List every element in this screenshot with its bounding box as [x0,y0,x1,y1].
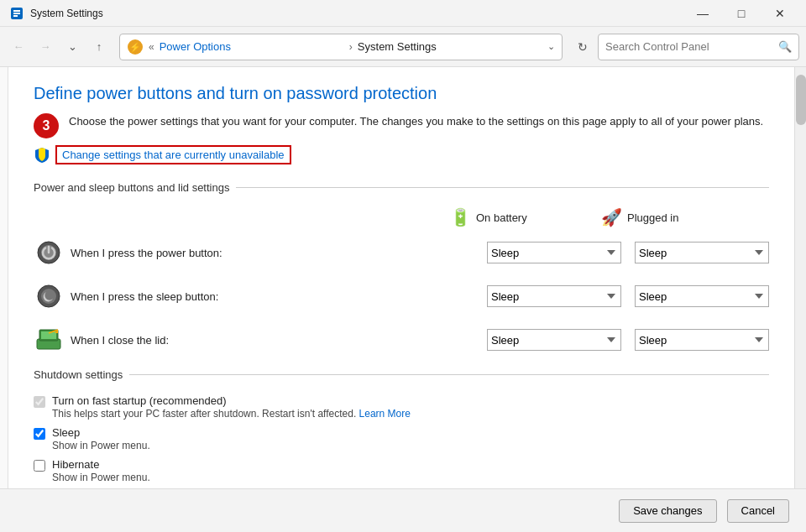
address-icon: ⚡ [127,39,144,55]
plugged-column-label: Plugged in [627,211,678,224]
svg-rect-1 [13,10,20,12]
battery-column-header: 🔋 On battery [450,207,601,227]
sleep-button-label: When I press the sleep button: [71,290,487,303]
svg-text:⚡: ⚡ [129,41,141,53]
content-area: Define power buttons and turn on passwor… [8,67,794,488]
power-sleep-section-header: Power and sleep buttons and lid settings [34,181,769,194]
app-icon [10,7,24,20]
sleep-checkbox[interactable] [34,428,45,440]
lid-plugged-select[interactable]: Sleep Do nothing Hibernate Shut down [635,329,769,351]
hibernate-checkbox-desc: Show in Power menu. [52,472,150,483]
nav-bar: ← → ⌄ ↑ ⚡ « Power Options › System Setti… [0,27,806,67]
sleep-checkbox-desc: Show in Power menu. [52,440,150,451]
sleep-checkbox-label[interactable]: Sleep [52,426,150,439]
sleep-button-selects: Sleep Do nothing Hibernate Shut down Sle… [487,285,769,307]
power-button-row: When I press the power button: Sleep Do … [34,237,769,268]
recent-button[interactable]: ⌄ [60,35,84,59]
svg-rect-3 [13,15,18,17]
window-title: System Settings [30,8,103,19]
power-button-plugged-select[interactable]: Sleep Do nothing Hibernate Shut down [635,242,769,263]
hibernate-checkbox[interactable] [34,460,45,472]
address-arrow: › [349,41,353,53]
lid-row: When I close the lid: Sleep Do nothing H… [34,325,769,355]
sleep-button-row: When I press the sleep button: Sleep Do … [34,281,769,311]
power-button-label: When I press the power button: [71,247,487,259]
svg-rect-2 [13,13,20,14]
power-sleep-section-label: Power and sleep buttons and lid settings [34,181,229,194]
shutdown-divider-line [129,374,769,375]
search-bar[interactable]: 🔍 [598,34,799,60]
cancel-button[interactable]: Cancel [727,499,789,523]
step-badge: 3 [34,113,59,138]
fast-startup-checkbox[interactable] [34,396,45,408]
intro-row: 3 Choose the power settings that you wan… [34,113,769,138]
change-settings-link[interactable]: Change settings that are currently unava… [55,145,291,164]
address-bar[interactable]: ⚡ « Power Options › System Settings ⌄ [119,34,563,60]
change-settings-row: Change settings that are currently unava… [34,145,769,164]
title-bar: System Settings — □ ✕ [0,0,806,27]
search-icon: 🔍 [778,40,792,53]
power-button-selects: Sleep Do nothing Hibernate Shut down Sle… [487,242,769,263]
back-button[interactable]: ← [7,35,30,59]
sleep-button-battery-select[interactable]: Sleep Do nothing Hibernate Shut down [487,285,621,307]
fast-startup-label[interactable]: Turn on fast startup (recommended) [52,394,411,407]
search-input[interactable] [605,40,773,53]
hibernate-checkbox-label[interactable]: Hibernate [52,458,150,471]
sleep-button-plugged-select[interactable]: Sleep Do nothing Hibernate Shut down [635,285,769,307]
plug-icon: 🚀 [601,207,622,227]
lid-selects: Sleep Do nothing Hibernate Shut down Sle… [487,329,769,351]
refresh-button[interactable]: ↻ [571,35,594,59]
shutdown-section-header: Shutdown settings [34,368,769,381]
shutdown-section: Turn on fast startup (recommended) This … [34,394,769,483]
page-title: Define power buttons and turn on passwor… [34,84,769,103]
save-button[interactable]: Save changes [619,499,716,523]
breadcrumb-power[interactable]: Power Options [160,40,344,53]
learn-more-link[interactable]: Learn More [359,408,411,420]
sleep-checkbox-row: Sleep Show in Power menu. [34,426,769,451]
close-button[interactable]: ✕ [761,0,799,27]
main-layout: Define power buttons and turn on passwor… [0,67,806,488]
lid-label: When I close the lid: [71,334,487,347]
section-divider-line [236,187,769,188]
left-panel [0,67,8,488]
battery-column-label: On battery [476,211,527,224]
up-button[interactable]: ↑ [87,35,111,59]
power-button-battery-select[interactable]: Sleep Do nothing Hibernate Shut down [487,242,621,263]
fast-startup-desc: This helps start your PC faster after sh… [52,408,411,420]
battery-icon: 🔋 [450,207,471,227]
address-sep1: « [149,41,154,53]
lid-battery-select[interactable]: Sleep Do nothing Hibernate Shut down [487,329,621,351]
window-controls: — □ ✕ [683,0,799,27]
shutdown-section-label: Shutdown settings [34,368,123,381]
plugged-column-header: 🚀 Plugged in [601,207,752,227]
maximize-button[interactable]: □ [722,0,761,27]
minimize-button[interactable]: — [683,0,722,27]
fast-startup-row: Turn on fast startup (recommended) This … [34,394,769,420]
sleep-button-icon [34,281,64,311]
scrollbar[interactable] [794,67,806,488]
power-button-icon [34,237,64,268]
footer: Save changes Cancel [0,488,806,532]
breadcrumb-system: System Settings [358,40,542,53]
address-dropdown-arrow[interactable]: ⌄ [547,41,555,52]
column-headers: 🔋 On battery 🚀 Plugged in [34,207,769,227]
lid-icon [34,325,64,355]
shield-uac-icon [34,147,50,164]
forward-button[interactable]: → [34,35,57,59]
scrollbar-thumb[interactable] [796,75,806,125]
hibernate-checkbox-row: Hibernate Show in Power menu. [34,458,769,483]
intro-text: Choose the power settings that you want … [69,113,763,130]
